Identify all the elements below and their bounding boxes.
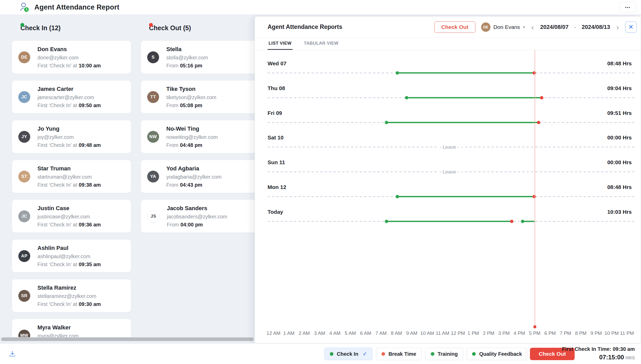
list-item[interactable]: NWNo-Wei Tingnoweiting@zylker.comFrom04:… — [141, 120, 255, 153]
day-label: Fri 09 — [268, 110, 282, 116]
person-status-line: From05:08 pm — [166, 103, 216, 108]
status-time: 09:50 am — [79, 102, 101, 108]
card-text: Jo Yungjoy@zylker.comFirst ‘Check In’ at… — [37, 126, 101, 148]
list-item[interactable]: DEDon Evansdone@zylker.comFirst ‘Check I… — [12, 41, 131, 74]
first-checkin-summary: First Check In Time: 09:30 am 07:15:00HR… — [562, 346, 635, 360]
bottom-action-bar: Check In✓Break TimeTrainingQuality Feedb… — [0, 343, 641, 364]
checkin-column-title: Check In (12) — [20, 24, 61, 32]
list-item[interactable]: SRStella Ramirezstellaramirez@zylker.com… — [12, 279, 131, 312]
avatar: DE — [18, 51, 30, 63]
status-time: 10:00 am — [79, 63, 101, 68]
person-name: No-Wei Ting — [166, 126, 218, 132]
list-item[interactable]: JSJacob Sandersjacobsanders@zylker.comFr… — [141, 200, 255, 233]
work-segment — [397, 196, 534, 197]
status-time: 04:43 pm — [180, 182, 202, 188]
timeline-row: Sun 1100:00 Hrs- Leave - — [268, 160, 636, 176]
time-axis-tick: 9 AM — [406, 330, 417, 336]
segment-end-dot — [533, 195, 536, 198]
card-text: Tike Tysontiketyson@zylker.comFrom05:08 … — [166, 86, 216, 108]
person-status-line: First ‘Check In’ at09:30 am — [37, 302, 101, 307]
list-item[interactable]: JYJo Yungjoy@zylker.comFirst ‘Check In’ … — [12, 120, 131, 153]
avatar: YA — [147, 171, 159, 183]
avatar: JS — [147, 210, 160, 223]
status-prefix: First ‘Check In’ at — [37, 142, 77, 148]
time-axis-tick: 3 PM — [498, 330, 510, 336]
attendance-board: Check In (12) Check Out (5) DEDon Evansd… — [0, 14, 255, 337]
list-item[interactable]: APAshlin Paulashlinpaul@zylker.comFirst … — [12, 240, 131, 272]
more-options-button[interactable]: ••• — [619, 2, 636, 13]
horizontal-scrollbar[interactable] — [1, 337, 254, 341]
status-time: 09:48 am — [79, 142, 101, 148]
previous-range-button[interactable]: ‹ — [531, 23, 535, 31]
status-time: 09:30 am — [79, 301, 101, 307]
status-time: 05:08 pm — [180, 102, 202, 108]
time-axis-tick: 3 AM — [314, 330, 325, 336]
time-axis-tick: 7 AM — [376, 330, 387, 336]
checkout-status-dot — [149, 23, 153, 27]
status-time: 09:35 am — [79, 262, 101, 267]
list-item[interactable]: MWMyra Walkermyra@zylker.comFirst ‘Check… — [12, 319, 131, 337]
avatar: SR — [18, 290, 30, 302]
list-item[interactable]: SStellastella@zylker.comFrom05:16 pm — [141, 41, 255, 74]
time-axis-tick: 5 AM — [345, 330, 356, 336]
work-segment — [397, 72, 534, 74]
checkin-column-header: Check In (12) — [20, 24, 61, 32]
work-segment — [386, 221, 512, 222]
day-label: Mon 12 — [268, 184, 286, 190]
list-item[interactable]: STStar Trumanstartruman@zylker.comFirst … — [12, 160, 131, 193]
next-range-button[interactable]: › — [616, 23, 620, 31]
date-to[interactable]: 2024/08/13 — [582, 24, 610, 30]
check-icon: ✓ — [363, 351, 367, 357]
segment-end-dot — [510, 220, 513, 223]
tab-tabular-view[interactable]: TABULAR VIEW — [303, 38, 340, 50]
card-text: Justin Casejustincase@zylker.comFirst ‘C… — [37, 205, 101, 227]
day-track — [268, 122, 636, 123]
leave-label: - Leave - — [437, 144, 462, 150]
list-item[interactable]: YAYod Agbariayodagbaria@zylker.comFrom04… — [141, 160, 255, 193]
close-panel-button[interactable]: ✕ — [625, 21, 637, 33]
status-prefix: First ‘Check In’ at — [37, 102, 77, 108]
panel-check-out-button[interactable]: Check Out — [434, 21, 475, 33]
card-text: Stella Ramirezstellaramirez@zylker.comFi… — [37, 285, 101, 307]
list-item[interactable]: TTTike Tysontiketyson@zylker.comFrom05:0… — [141, 81, 255, 113]
time-axis-tick: 7 PM — [560, 330, 571, 336]
segment-start-dot — [385, 220, 388, 223]
date-from[interactable]: 2024/08/07 — [540, 24, 568, 30]
current-time-line — [535, 50, 535, 327]
card-text: Myra Walkermyra@zylker.comFirst ‘Check I… — [37, 325, 79, 337]
list-item[interactable]: JCJames Carterjamescarter@zylker.comFirs… — [12, 81, 131, 113]
download-button[interactable] — [7, 348, 18, 360]
avatar: MW — [18, 330, 30, 337]
time-axis-tick: 11 AM — [436, 330, 449, 336]
time-axis-tick: 12 AM — [267, 330, 280, 336]
elapsed-timer: 07:15:00HRS — [562, 354, 635, 360]
day-track — [268, 196, 636, 197]
first-checkin-time: First Check In Time: 09:30 am — [562, 346, 635, 352]
person-name: James Carter — [37, 86, 101, 92]
legend-chip-quality-feedback[interactable]: Quality Feedback — [467, 348, 527, 360]
legend-label: Check In — [337, 351, 358, 357]
day-hours: 00:00 Hrs — [607, 160, 632, 165]
date-separator: - — [574, 24, 576, 30]
time-axis-tick: 10 PM — [605, 330, 619, 336]
day-track — [268, 221, 636, 222]
tab-list-view[interactable]: LIST VIEW — [268, 38, 293, 50]
time-axis-tick: 10 AM — [420, 330, 434, 336]
person-email: jamescarter@zylker.com — [37, 95, 101, 100]
list-item[interactable]: JCJustin Casejustincase@zylker.comFirst … — [12, 200, 131, 233]
avatar: JC — [18, 91, 30, 103]
legend-chip-training[interactable]: Training — [425, 348, 463, 360]
time-axis-tick: 6 AM — [360, 330, 371, 336]
app-header: Agent Attendance Report ••• — [0, 0, 641, 15]
agent-selector[interactable]: DE Don Evans ▾ — [481, 22, 525, 32]
checkin-status-dot — [20, 23, 24, 27]
day-track — [268, 97, 636, 98]
status-time: 05:16 pm — [180, 63, 202, 68]
person-email: joy@zylker.com — [37, 134, 101, 140]
day-hours: 08:48 Hrs — [607, 184, 632, 190]
legend-chip-break-time[interactable]: Break Time — [376, 348, 421, 360]
avatar: JC — [18, 210, 30, 222]
time-axis-tick: 9 PM — [590, 330, 602, 336]
current-time-dot — [533, 325, 536, 328]
legend-chip-check-in[interactable]: Check In✓ — [324, 348, 372, 360]
